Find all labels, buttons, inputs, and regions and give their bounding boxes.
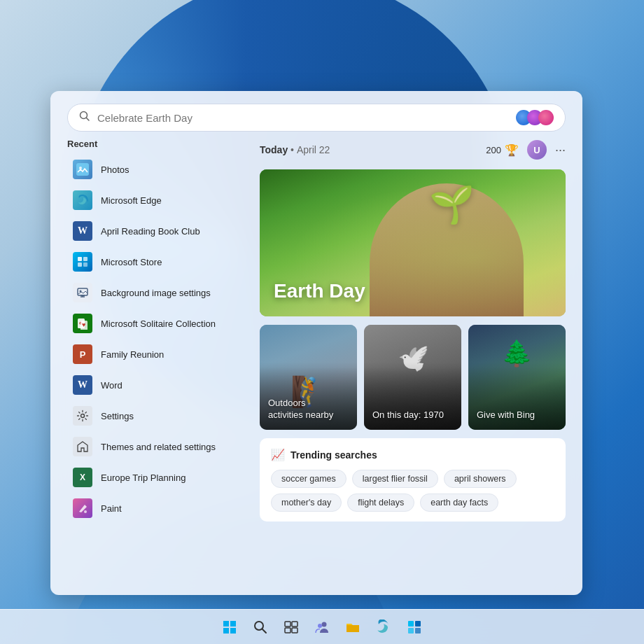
more-button[interactable]: ··· — [555, 144, 566, 156]
search-input[interactable] — [97, 112, 509, 124]
right-panel: Today • April 22 200 🏆 U ··· — [260, 139, 566, 584]
hero-title: Earth Day — [274, 280, 365, 302]
svg-point-17 — [81, 414, 85, 418]
recent-item-store[interactable]: Microsoft Store — [67, 247, 246, 276]
word-icon: W — [73, 375, 92, 395]
chip-mothers-day[interactable]: mother's day — [271, 493, 342, 512]
april-book-label: April Reading Book Club — [101, 226, 200, 237]
trophy-icon: 🏆 — [505, 144, 519, 157]
card-1970[interactable]: 🕊️ On this day: 1970 — [364, 325, 461, 430]
card-1970-label: On this day: 1970 — [372, 410, 444, 421]
svg-rect-33 — [408, 628, 414, 634]
svg-rect-19 — [223, 621, 229, 626]
europe-trip-label: Europe Trip Planning — [101, 472, 186, 483]
svg-rect-34 — [415, 628, 421, 634]
themes-label: Themes and related settings — [101, 442, 216, 452]
word-label: Word — [101, 380, 122, 391]
recent-item-settings[interactable]: Settings — [67, 401, 246, 430]
card-outdoors[interactable]: 🧗 Outdoorsactivities nearby — [260, 325, 357, 430]
points-value: 200 — [486, 145, 501, 155]
chip-earth-day-facts[interactable]: earth day facts — [420, 493, 498, 512]
svg-point-18 — [84, 510, 87, 513]
taskbar — [0, 609, 644, 644]
recent-item-solitaire[interactable]: ♠ ♥ Microsoft Solitaire Collection — [67, 309, 246, 338]
store-icon — [73, 252, 92, 272]
svg-point-30 — [318, 624, 322, 628]
themes-icon — [73, 437, 92, 456]
bg-settings-label: Background image settings — [101, 288, 211, 298]
trending-icon: 📈 — [271, 448, 285, 461]
main-content: Recent Photos — [50, 139, 582, 595]
taskbar-taskview-button[interactable] — [277, 613, 305, 641]
left-panel: Recent Photos — [67, 139, 246, 584]
recent-item-edge[interactable]: Microsoft Edge — [67, 186, 246, 215]
taskbar-store-button[interactable] — [400, 613, 428, 641]
photos-icon — [73, 160, 92, 179]
today-controls: 200 🏆 U ··· — [486, 140, 566, 160]
today-header: Today • April 22 200 🏆 U ··· — [260, 139, 566, 161]
recent-item-photos[interactable]: Photos — [67, 155, 246, 184]
trending-chips: soccer games largest flier fossil april … — [271, 470, 554, 512]
solitaire-icon: ♠ ♥ — [73, 314, 92, 333]
user-avatar[interactable]: U — [527, 140, 547, 160]
svg-rect-32 — [415, 621, 421, 626]
hero-card[interactable]: 🌱 Earth Day — [260, 169, 566, 316]
trending-header: 📈 Trending searches — [271, 448, 554, 461]
excel-icon: X — [73, 468, 92, 487]
recent-item-paint[interactable]: Paint — [67, 493, 246, 523]
paint-icon — [73, 498, 92, 518]
edge-icon — [73, 190, 92, 210]
taskbar-edge-button[interactable] — [370, 613, 398, 641]
settings-label: Settings — [101, 411, 134, 421]
cards-row: 🧗 Outdoorsactivities nearby 🕊️ On this d… — [260, 325, 566, 430]
trending-section: 📈 Trending searches soccer games largest… — [260, 438, 566, 522]
badge-pink-circle — [538, 110, 554, 125]
recent-section-title: Recent — [67, 139, 246, 149]
recent-item-bg-settings[interactable]: Background image settings — [67, 278, 246, 307]
start-menu: Recent Photos — [50, 91, 582, 595]
bg-settings-icon — [73, 283, 92, 302]
card-outdoors-label: Outdoorsactivities nearby — [268, 398, 333, 421]
svg-point-29 — [322, 622, 327, 626]
settings-icon — [73, 406, 92, 426]
recent-item-word[interactable]: W Word — [67, 370, 246, 400]
recent-item-europe-trip[interactable]: X Europe Trip Planning — [67, 463, 246, 492]
svg-rect-6 — [78, 262, 82, 267]
svg-rect-7 — [83, 262, 88, 267]
svg-rect-2 — [76, 163, 89, 176]
svg-rect-25 — [285, 622, 290, 626]
taskbar-teams-button[interactable] — [308, 613, 336, 641]
svg-rect-22 — [230, 628, 236, 634]
chip-flight-delays[interactable]: flight delays — [347, 493, 414, 512]
paint-label: Paint — [101, 503, 122, 514]
search-bar[interactable] — [67, 104, 566, 132]
chip-largest-flier[interactable]: largest flier fossil — [352, 470, 438, 488]
taskbar-explorer-button[interactable] — [339, 613, 367, 641]
family-reunion-label: Family Reunion — [101, 349, 164, 360]
photos-label: Photos — [101, 164, 129, 175]
solitaire-label: Microsoft Solitaire Collection — [101, 318, 216, 329]
svg-rect-31 — [408, 621, 414, 626]
taskbar-search-button[interactable] — [246, 613, 274, 641]
card-bing[interactable]: 🌲 Give with Bing — [468, 325, 566, 430]
svg-rect-21 — [223, 628, 229, 634]
svg-rect-27 — [285, 628, 290, 633]
recent-list: Photos Microsoft Edge W April — [67, 155, 246, 523]
svg-rect-4 — [78, 257, 82, 261]
svg-rect-20 — [230, 621, 236, 626]
recent-item-april-book[interactable]: W April Reading Book Club — [67, 216, 246, 246]
points-badge: 200 🏆 — [486, 144, 519, 157]
today-label: Today — [260, 144, 288, 155]
svg-text:♥: ♥ — [82, 321, 85, 328]
svg-line-1 — [87, 118, 90, 121]
svg-rect-5 — [83, 257, 88, 261]
recent-item-themes[interactable]: Themes and related settings — [67, 432, 246, 461]
chip-soccer-games[interactable]: soccer games — [271, 470, 346, 488]
chip-april-showers[interactable]: april showers — [444, 470, 517, 488]
recent-item-family-reunion[interactable]: P Family Reunion — [67, 340, 246, 369]
today-dot: • — [290, 144, 294, 155]
svg-rect-28 — [292, 628, 298, 633]
svg-rect-26 — [292, 622, 298, 626]
trending-title: Trending searches — [290, 449, 377, 461]
taskbar-windows-button[interactable] — [216, 613, 244, 641]
